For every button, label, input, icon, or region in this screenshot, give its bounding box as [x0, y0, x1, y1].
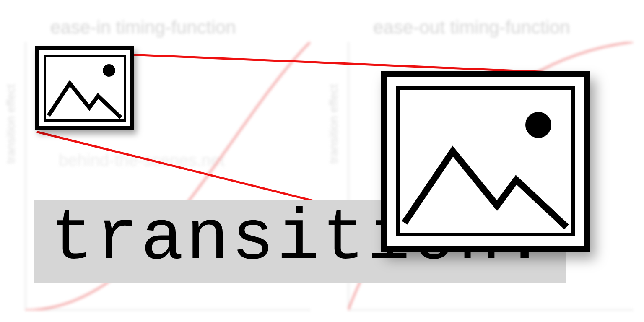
y-axis-label-left: transition effect: [4, 84, 18, 164]
image-icon-small-inner: [44, 55, 126, 122]
image-icon-large-inner: [396, 86, 575, 236]
mountains-icon: [400, 90, 571, 233]
mountains-icon: [46, 57, 124, 119]
image-icon-small: [35, 46, 134, 130]
chart-title-right: ease-out timing-function: [373, 17, 570, 38]
y-axis-label-right: transition effect: [327, 84, 340, 164]
chart-title-left: ease-in timing-function: [50, 17, 236, 38]
diagram-stage: ease-in timing-function transition effec…: [0, 0, 644, 322]
image-icon-large: [381, 71, 590, 252]
